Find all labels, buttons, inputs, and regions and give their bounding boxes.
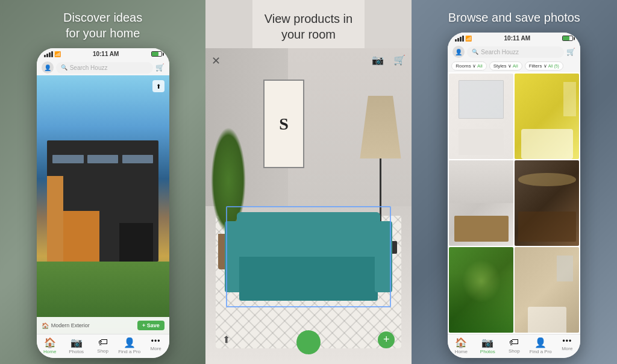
- status-right-1: [151, 51, 162, 57]
- mirror-element: [459, 80, 504, 119]
- photo-label-bar: 🏠 Modern Exterior + Save: [37, 317, 169, 334]
- ar-artwork: S: [263, 80, 304, 168]
- nav-shop-label-1: Shop: [97, 348, 108, 354]
- building-main: [47, 140, 158, 262]
- window-beige: [557, 256, 573, 281]
- right-section: [119, 223, 152, 262]
- grid-photo-bathroom-beige[interactable]: [515, 247, 579, 333]
- ar-share-icon[interactable]: ⬆: [222, 334, 230, 345]
- ar-sofa[interactable]: [237, 212, 381, 301]
- panel-1-heading: Discover ideas for your home: [51, 0, 154, 48]
- filter-styles-label: Styles ∨: [493, 63, 512, 69]
- nav-more-label-3: More: [562, 346, 572, 351]
- wifi-icon-3: 📶: [465, 36, 472, 42]
- nav-more-3[interactable]: ••• More: [554, 337, 580, 354]
- user-avatar-3[interactable]: 👤: [453, 46, 465, 58]
- filter-rooms-value: All: [477, 63, 483, 69]
- panel-discover: Discover ideas for your home 📶 10:11 AM: [0, 0, 205, 364]
- ar-add-button[interactable]: +: [378, 331, 395, 348]
- findpro-nav-icon-3: 👤: [534, 337, 547, 348]
- panel-3-heading: Browse and save photos: [436, 0, 592, 33]
- building-wrapper: [37, 119, 169, 262]
- nav-photos-3[interactable]: 📷 Photos: [474, 337, 501, 354]
- nav-home-label-1: Home: [43, 349, 56, 354]
- status-bar-1: 📶 10:11 AM: [37, 48, 169, 60]
- ar-close-button[interactable]: ✕: [211, 54, 221, 67]
- fireplace-element: [518, 212, 576, 242]
- cart-icon-3[interactable]: 🛒: [566, 48, 575, 56]
- nav-photos-1[interactable]: 📷 Photos: [63, 337, 90, 354]
- grid-photo-bathroom-yellow[interactable]: [515, 74, 579, 159]
- nav-findpro-label-3: Find a Pro: [530, 349, 552, 354]
- house-image: ⬆: [37, 75, 169, 334]
- phone-3: 📶 10:11 AM 👤 🔍 Search Houzz 🛒 Rooms ∨ Al…: [448, 33, 580, 358]
- battery-icon-3: [562, 36, 573, 41]
- grid-photo-living[interactable]: [515, 160, 579, 246]
- search-bar-1[interactable]: 🔍 Search Houzz: [56, 62, 153, 74]
- share-icon-overlay[interactable]: ⬆: [152, 80, 164, 92]
- filter-styles[interactable]: Styles ∨ All: [489, 61, 522, 71]
- ar-shutter-button[interactable]: [296, 330, 321, 354]
- nav-findpro-label-1: Find a Pro: [118, 349, 140, 354]
- artwork-letter: S: [265, 81, 303, 167]
- window-element-y: [563, 82, 576, 116]
- grid-photo-kitchen[interactable]: [449, 160, 513, 246]
- photos-nav-icon-3: 📷: [481, 337, 493, 348]
- sink-element: [459, 129, 504, 155]
- search-row-3: 👤 🔍 Search Houzz 🛒: [448, 44, 580, 60]
- nav-photos-label-1: Photos: [69, 349, 84, 354]
- nav-home-1[interactable]: 🏠 Home: [37, 337, 63, 354]
- filter-rooms[interactable]: Rooms ∨ All: [451, 61, 486, 71]
- nav-shop-1[interactable]: 🏷 Shop: [90, 337, 116, 354]
- signal-icon-3: [455, 36, 464, 42]
- status-right-3: [562, 36, 573, 41]
- panel-ar-view: View products in your room S: [205, 0, 411, 364]
- search-icon-3: 🔍: [472, 49, 478, 55]
- search-icon-1: 🔍: [61, 64, 67, 71]
- search-bar-3[interactable]: 🔍 Search Houzz: [467, 46, 564, 58]
- sofa-armrest-right: [375, 221, 392, 292]
- nav-more-1[interactable]: ••• More: [143, 337, 169, 354]
- signal-icon: [44, 51, 53, 57]
- search-placeholder-1: Search Houzz: [70, 64, 148, 71]
- photo-label-text: Modern Exterior: [51, 322, 90, 328]
- kitchen-upper: [449, 160, 513, 203]
- chandelier-dark: [518, 173, 576, 186]
- status-left-3: 📶: [455, 36, 472, 42]
- cart-icon-1[interactable]: 🛒: [155, 63, 164, 72]
- shop-nav-icon-3: 🏷: [509, 337, 519, 348]
- status-time-1: 10:11 AM: [93, 51, 119, 57]
- save-button[interactable]: + Save: [137, 321, 164, 330]
- status-time-3: 10:11 AM: [504, 35, 531, 42]
- filter-filters-label: Filters ∨: [529, 63, 547, 69]
- ar-cart-icon[interactable]: 🛒: [393, 54, 406, 66]
- home-nav-icon-3: 🏠: [455, 337, 467, 348]
- user-avatar-1[interactable]: 👤: [42, 61, 54, 74]
- nav-bar-3: 🏠 Home 📷 Photos 🏷 Shop 👤 Find a Pro ••• …: [448, 334, 580, 358]
- photo-label-left: 🏠 Modern Exterior: [42, 322, 90, 329]
- battery-icon-1: [151, 51, 162, 57]
- window-row-top: [52, 155, 152, 163]
- nav-home-3[interactable]: 🏠 Home: [448, 337, 474, 354]
- ar-scene: S ✕ 📷 🛒 ⬆ +: [205, 48, 411, 364]
- home-nav-icon: 🏠: [44, 337, 56, 348]
- island-element: [454, 216, 509, 242]
- nav-findpro-3[interactable]: 👤 Find a Pro: [527, 337, 554, 354]
- more-nav-icon-3: •••: [563, 337, 572, 345]
- nav-shop-3[interactable]: 🏷 Shop: [501, 337, 527, 354]
- photos-nav-icon: 📷: [70, 337, 83, 348]
- filter-styles-value: All: [513, 63, 518, 69]
- nav-findpro-1[interactable]: 👤 Find a Pro: [116, 337, 143, 354]
- grid-photo-garden[interactable]: [449, 247, 513, 333]
- filter-filters-value: All (5): [548, 64, 559, 68]
- photo-grid: [448, 72, 580, 334]
- search-row-1: 👤 🔍 Search Houzz 🛒: [37, 60, 169, 75]
- nav-more-label-1: More: [151, 346, 161, 351]
- filter-rooms-label: Rooms ∨: [456, 63, 476, 69]
- ar-camera-icon[interactable]: 📷: [372, 54, 384, 66]
- sofa-seat: [239, 257, 377, 301]
- filter-filters[interactable]: Filters ∨ All (5): [525, 61, 563, 71]
- grid-photo-bathroom-white[interactable]: [449, 74, 513, 159]
- panel-2-header: View products in your room: [252, 0, 365, 48]
- tub-beige: [528, 307, 566, 333]
